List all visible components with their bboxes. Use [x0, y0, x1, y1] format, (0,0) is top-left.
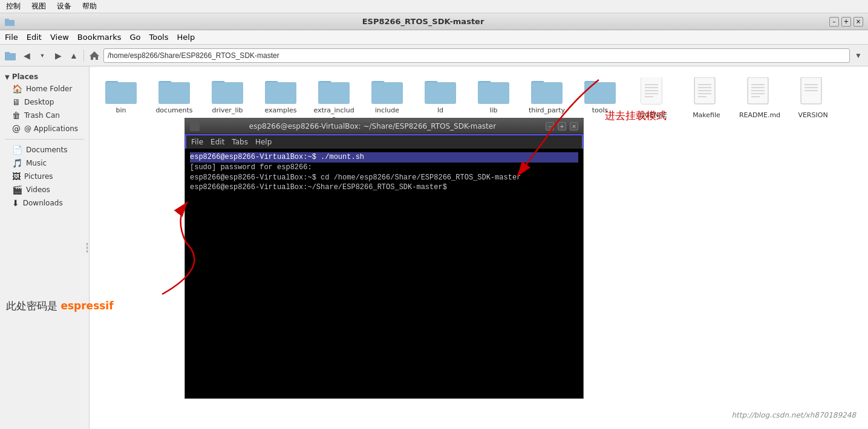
titlebar-icon	[5, 18, 15, 26]
file-label-readme: README.md	[739, 111, 780, 120]
svg-rect-10	[158, 82, 190, 104]
applications-icon: @	[12, 124, 21, 134]
close-button[interactable]: ×	[853, 17, 863, 27]
menu-bookmarks[interactable]: Bookmarks	[77, 33, 122, 42]
sidebar-divider-1	[5, 139, 84, 140]
terminal-maximize[interactable]: +	[558, 122, 566, 131]
folder-icon-driver-lib	[212, 77, 243, 104]
file-label-makefile: Makefile	[693, 111, 720, 120]
trash-can-icon: 🗑	[12, 111, 21, 120]
terminal-menu-edit[interactable]: Edit	[210, 138, 224, 146]
vm-menu-control[interactable]: 控制	[4, 1, 23, 12]
svg-rect-13	[212, 82, 243, 104]
file-label-include: include	[375, 106, 399, 115]
file-label-driver-lib: driver_lib	[212, 106, 243, 115]
sidebar-item-desktop[interactable]: 🖥 Desktop	[0, 95, 89, 109]
places-label: Places	[12, 73, 38, 81]
file-item-license[interactable]: LICENSE	[629, 74, 677, 127]
file-item-makefile[interactable]: Makefile	[682, 74, 731, 127]
places-header[interactable]: ▼ Places	[0, 71, 89, 82]
forward-button[interactable]: ▶	[51, 47, 65, 64]
maximize-button[interactable]: +	[841, 17, 851, 27]
terminal-menu-file[interactable]: File	[191, 138, 203, 146]
svg-rect-25	[425, 82, 456, 104]
sidebar-label-documents: Documents	[26, 146, 67, 154]
file-icon-makefile	[693, 77, 720, 109]
file-item-bin[interactable]: bin	[97, 74, 145, 127]
sidebar-label-music: Music	[26, 159, 47, 167]
window-title: ESP8266_RTOS_SDK-master	[17, 17, 829, 26]
sidebar-label-pictures: Pictures	[24, 172, 53, 181]
folder-icon-btn[interactable]	[2, 47, 18, 64]
terminal-menu-tabs[interactable]: Tabs	[232, 138, 248, 146]
file-icon-version	[800, 77, 826, 109]
file-label-bin: bin	[116, 106, 126, 115]
location-dropdown-button[interactable]: ▼	[851, 47, 866, 64]
folder-icon-bin	[105, 77, 137, 104]
pictures-icon: 🖼	[12, 172, 21, 181]
menu-view[interactable]: View	[50, 33, 69, 42]
file-label-examples: examples	[264, 106, 296, 115]
sidebar-item-trash-can[interactable]: 🗑 Trash Can	[0, 109, 89, 122]
terminal-title: esp8266@esp8266-VirtualBox: ~/Share/ESP8…	[203, 122, 542, 131]
terminal-menubar: File Edit Tabs Help	[185, 134, 583, 149]
up-button[interactable]: ▲	[67, 47, 81, 64]
vm-menu-view[interactable]: 视图	[29, 1, 48, 12]
file-icon-readme	[746, 77, 773, 109]
sidebar-item-downloads[interactable]: ⬇ Downloads	[0, 196, 89, 210]
file-label-version: VERSION	[798, 111, 827, 120]
minimize-button[interactable]: –	[829, 17, 839, 27]
file-label-third-party: third_party	[529, 106, 565, 115]
back-button[interactable]: ◀	[19, 47, 34, 64]
titlebar-left	[5, 18, 17, 26]
sidebar-item-applications[interactable]: @ @ Applications	[0, 122, 89, 135]
terminal-body[interactable]: esp8266@esp8266-VirtualBox:~$ ./mount.sh…	[185, 149, 583, 398]
home-folder-icon: 🏠	[12, 84, 22, 94]
terminal-menu-help[interactable]: Help	[255, 138, 272, 146]
terminal-minimize[interactable]: –	[546, 122, 554, 131]
sidebar-label-home-folder: Home Folder	[26, 85, 72, 93]
home-button[interactable]	[86, 47, 102, 64]
sidebar-item-pictures[interactable]: 🖼 Pictures	[0, 170, 89, 183]
toolbar: ◀ ▼ ▶ ▲ ▼	[0, 45, 868, 66]
terminal-line-1: esp8266@esp8266-VirtualBox:~$ ./mount.sh	[190, 152, 578, 163]
vm-menubar: 控制 视图 设备 帮助	[0, 0, 868, 13]
sidebar-label-applications: @ Applications	[24, 124, 78, 133]
file-label-ld: ld	[437, 106, 443, 115]
vm-menu-device[interactable]: 设备	[54, 1, 74, 12]
sidebar-item-music[interactable]: 🎵 Music	[0, 156, 89, 170]
menu-bar: File Edit View Bookmarks Go Tools Help	[0, 30, 868, 45]
menu-help[interactable]: Help	[177, 33, 195, 42]
menu-edit[interactable]: Edit	[27, 33, 42, 42]
file-item-readme[interactable]: README.md	[736, 74, 784, 127]
svg-rect-3	[5, 52, 10, 54]
folder-icon-third-party	[531, 77, 563, 104]
folder-icon-extra-include	[318, 77, 350, 104]
music-icon: 🎵	[12, 158, 22, 168]
sidebar-item-home-folder[interactable]: 🏠 Home Folder	[0, 82, 89, 95]
svg-rect-7	[105, 82, 137, 104]
sidebar-item-documents[interactable]: 📄 Documents	[0, 143, 89, 156]
watermark: http://blog.csdn.net/xh870189248	[731, 411, 856, 419]
svg-marker-4	[90, 51, 99, 60]
location-bar[interactable]	[103, 48, 850, 63]
dropdown-button[interactable]: ▼	[35, 47, 50, 64]
toolbar-sep-1	[83, 50, 84, 62]
videos-icon: 🎬	[12, 185, 22, 195]
terminal-titlebar: esp8266@esp8266-VirtualBox: ~/Share/ESP8…	[185, 118, 583, 134]
folder-icon-include	[371, 77, 403, 104]
downloads-icon: ⬇	[12, 198, 19, 208]
menu-file[interactable]: File	[5, 33, 18, 42]
vm-menu-help[interactable]: 帮助	[80, 1, 99, 12]
places-arrow: ▼	[5, 74, 10, 80]
folder-icon-documents	[158, 77, 190, 104]
menu-go[interactable]: Go	[129, 33, 140, 42]
svg-rect-19	[318, 82, 350, 104]
terminal-close[interactable]: ×	[570, 122, 578, 131]
terminal-line-3: esp8266@esp8266-VirtualBox:~$ cd /home/e…	[190, 173, 521, 182]
sidebar-item-videos[interactable]: 🎬 Videos	[0, 183, 89, 196]
menu-tools[interactable]: Tools	[149, 33, 168, 42]
file-item-version[interactable]: VERSION	[789, 74, 837, 123]
sidebar-resize-handle[interactable]	[85, 240, 89, 255]
titlebar: ESP8266_RTOS_SDK-master – + ×	[0, 13, 868, 30]
